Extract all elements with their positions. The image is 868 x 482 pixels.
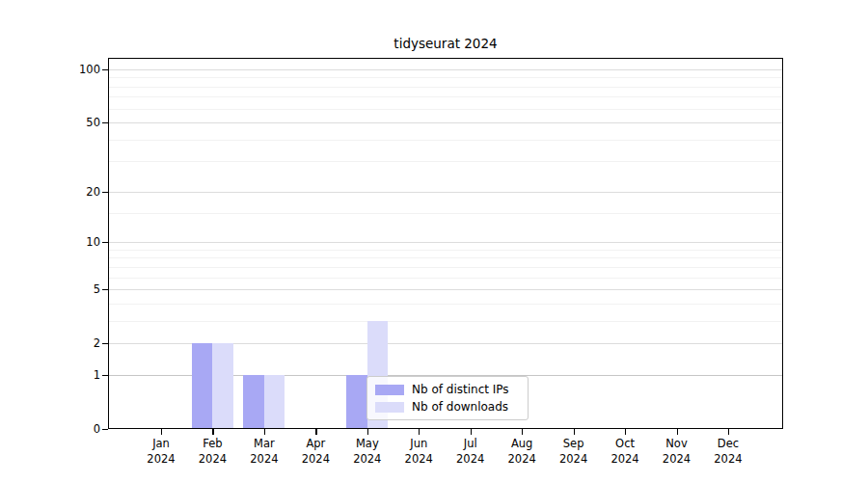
x-tick-mark <box>728 429 729 435</box>
x-tick-mark <box>471 429 472 435</box>
y-tick-label: 10 <box>39 234 100 250</box>
x-tick-mark <box>264 429 265 435</box>
bar-distinct-ips-feb <box>192 343 213 429</box>
y-tick-label: 5 <box>39 281 100 297</box>
legend-swatch-distinct-ips <box>375 385 404 395</box>
y-tick-mark <box>102 192 108 193</box>
x-tick-mark <box>522 429 523 435</box>
bar-downloads-mar <box>264 375 285 429</box>
x-tick-year: 2024 <box>697 451 759 467</box>
y-tick-label: 2 <box>39 335 100 351</box>
y-tick-label: 1 <box>39 367 100 383</box>
y-tick-mark <box>102 289 108 290</box>
legend-entry-downloads: Nb of downloads <box>375 400 520 414</box>
y-tick-mark <box>102 375 108 376</box>
x-tick-mark <box>677 429 678 435</box>
y-tick-mark <box>102 69 108 70</box>
bar-downloads-feb <box>212 343 233 429</box>
y-tick-label: 100 <box>39 62 100 77</box>
x-tick-mark <box>574 429 575 435</box>
y-tick-mark <box>102 242 108 243</box>
x-tick-mark <box>419 429 420 435</box>
bar-distinct-ips-mar <box>243 375 264 429</box>
y-tick-label: 20 <box>39 184 100 200</box>
legend-entry-distinct-ips: Nb of distinct IPs <box>375 383 520 396</box>
x-tick-mark <box>367 429 368 435</box>
x-tick-month: Dec <box>697 436 759 451</box>
legend-label-downloads: Nb of downloads <box>412 400 508 414</box>
x-tick-mark <box>161 429 162 435</box>
x-tick-mark <box>212 429 213 435</box>
y-tick-mark <box>102 429 108 430</box>
y-tick-label: 50 <box>39 115 100 130</box>
x-tick-mark <box>625 429 626 435</box>
x-tick-mark <box>315 429 316 435</box>
legend-label-distinct-ips: Nb of distinct IPs <box>412 383 509 396</box>
x-tick-label: Dec2024 <box>697 436 759 467</box>
y-tick-mark <box>102 122 108 123</box>
plot-area: Nb of distinct IPs Nb of downloads <box>108 58 783 429</box>
chart-title: tidyseurat 2024 <box>108 35 783 52</box>
legend: Nb of distinct IPs Nb of downloads <box>366 376 529 420</box>
legend-swatch-downloads <box>375 402 404 413</box>
figure: tidyseurat 2024 Nb of distinct IPs Nb of… <box>0 0 868 482</box>
bars-layer <box>108 58 783 429</box>
y-tick-mark <box>102 343 108 344</box>
y-tick-label: 0 <box>39 421 100 437</box>
bar-distinct-ips-may <box>346 375 367 429</box>
